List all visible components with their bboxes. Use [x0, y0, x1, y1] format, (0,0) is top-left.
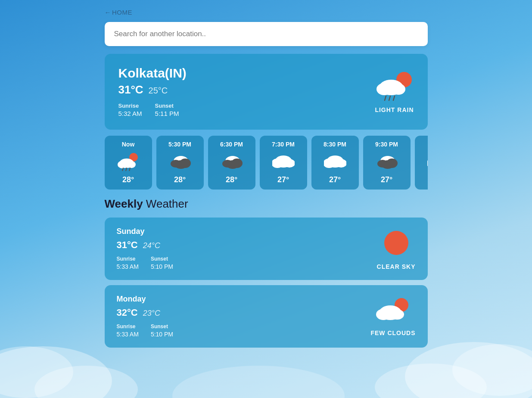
svg-point-42	[384, 231, 408, 255]
hour-temp: 28°	[109, 175, 148, 184]
hour-temp: 27°	[367, 175, 406, 184]
sunset-info: Sunset 5:11 PM	[155, 103, 179, 118]
svg-point-38	[377, 160, 388, 168]
hour-card: 6:30 PM 28°	[208, 136, 255, 190]
city-name: Kolkata(IN)	[118, 66, 187, 81]
svg-line-20	[129, 168, 130, 171]
day-temp-main: 32°C	[117, 307, 138, 318]
hour-icon	[212, 151, 251, 172]
hour-card: Now 28°	[105, 136, 152, 190]
day-sun-info: Sunrise 5:33 AM Sunset 5:10 PM	[117, 323, 174, 338]
day-sunrise: Sunrise 5:33 AM	[117, 256, 139, 271]
weekly-weather-list: Sunday 31°C 24°C Sunrise 5:33 AM Sunset …	[105, 218, 428, 348]
day-card: Monday 32°C 23°C Sunrise 5:33 AM Sunset …	[105, 285, 428, 348]
svg-point-46	[390, 309, 404, 320]
svg-point-28	[222, 160, 233, 168]
hour-temp: 28°	[161, 175, 199, 184]
hour-time: 10:30	[419, 141, 428, 148]
hour-card: 10:30 26°	[415, 136, 428, 190]
day-card-info: Monday 32°C 23°C Sunrise 5:33 AM Sunset …	[117, 295, 174, 338]
svg-point-31	[284, 159, 295, 168]
day-card: Sunday 31°C 24°C Sunrise 5:33 AM Sunset …	[105, 218, 428, 280]
svg-point-0	[0, 346, 112, 398]
svg-line-18	[122, 168, 123, 171]
svg-point-45	[376, 309, 391, 320]
day-sunset: Sunset 5:10 PM	[151, 256, 173, 271]
day-condition-label: FEW CLOUDS	[370, 330, 415, 336]
svg-point-34	[336, 159, 346, 168]
svg-line-19	[126, 168, 127, 171]
search-input[interactable]	[105, 22, 428, 46]
current-temps: 31°C 25°C	[118, 83, 187, 96]
day-sunrise-label: Sunrise	[117, 256, 139, 262]
svg-line-11	[385, 96, 386, 100]
day-sunset-value: 5:10 PM	[151, 331, 173, 338]
hour-temp: 28°	[212, 175, 251, 184]
day-card-info: Sunday 31°C 24°C Sunrise 5:33 AM Sunset …	[117, 227, 174, 271]
weekly-normal: Weather	[143, 197, 188, 210]
day-card-icon-area: CLEAR SKY	[377, 228, 416, 270]
svg-point-2	[34, 366, 138, 398]
svg-point-17	[127, 161, 136, 168]
light-rain-icon	[375, 70, 414, 101]
sunrise-label: Sunrise	[118, 103, 142, 109]
hour-card: 9:30 PM 27°	[363, 136, 411, 190]
hour-time: 7:30 PM	[264, 141, 303, 148]
hour-icon	[367, 151, 406, 172]
svg-point-5	[375, 364, 487, 398]
day-weather-icon	[370, 296, 415, 326]
current-weather-icon-area: LIGHT RAIN	[375, 70, 414, 113]
day-sunset-value: 5:10 PM	[151, 263, 173, 270]
svg-line-13	[393, 96, 395, 100]
hour-temp: 27°	[264, 175, 303, 184]
hour-card: 8:30 PM 27°	[311, 136, 359, 190]
weekly-weather-title: Weekly Weather	[105, 197, 428, 211]
svg-point-4	[452, 344, 532, 396]
day-weather-icon	[377, 228, 416, 260]
current-sun-info: Sunrise 5:32 AM Sunset 5:11 PM	[118, 103, 187, 118]
day-sunrise: Sunrise 5:33 AM	[117, 323, 139, 338]
svg-point-40	[427, 159, 428, 168]
sunset-value: 5:11 PM	[155, 110, 179, 117]
day-condition-label: CLEAR SKY	[377, 263, 416, 270]
hour-time: 5:30 PM	[161, 141, 199, 148]
sunset-label: Sunset	[155, 103, 179, 109]
hour-icon	[316, 151, 355, 172]
hourly-forecast-row: Now 28° 5:30 PM 28° 6:30 PM 28°	[105, 136, 428, 190]
hour-time: 9:30 PM	[367, 141, 406, 148]
current-condition-label: LIGHT RAIN	[375, 106, 414, 113]
svg-point-1	[0, 346, 73, 398]
hour-time: 8:30 PM	[316, 141, 355, 148]
sunrise-value: 5:32 AM	[118, 110, 142, 117]
hour-time: 6:30 PM	[212, 141, 251, 148]
hour-temp: 26°	[419, 175, 428, 184]
svg-point-24	[171, 160, 181, 168]
day-sunrise-label: Sunrise	[117, 323, 139, 330]
day-temp-secondary: 24°C	[143, 241, 160, 250]
current-temp-main: 31°C	[118, 83, 143, 96]
hour-card: 5:30 PM 28°	[156, 136, 204, 190]
day-name: Monday	[117, 295, 174, 304]
home-link[interactable]: HOME	[105, 9, 133, 16]
svg-point-16	[118, 161, 127, 168]
hour-icon	[264, 151, 303, 172]
svg-point-10	[392, 84, 405, 95]
day-temp-main: 31°C	[117, 239, 138, 251]
hour-icon	[109, 151, 148, 172]
hour-icon	[419, 151, 428, 172]
weekly-bold: Weekly	[105, 197, 143, 210]
hour-card: 7:30 PM 27°	[260, 136, 307, 190]
day-temps: 32°C 23°C	[117, 307, 174, 318]
day-sun-info: Sunrise 5:33 AM Sunset 5:10 PM	[117, 256, 174, 271]
day-temp-secondary: 23°C	[143, 309, 160, 318]
svg-point-9	[376, 83, 392, 95]
current-temp-secondary: 25°C	[149, 86, 168, 96]
day-sunrise-value: 5:33 AM	[117, 331, 139, 338]
day-sunset-label: Sunset	[151, 323, 173, 330]
svg-line-12	[389, 96, 390, 100]
svg-point-6	[172, 366, 345, 398]
day-sunset-label: Sunset	[151, 256, 173, 262]
sunrise-info: Sunrise 5:32 AM	[118, 103, 142, 118]
day-temps: 31°C 24°C	[117, 239, 174, 251]
current-weather-info: Kolkata(IN) 31°C 25°C Sunrise 5:32 AM Su…	[118, 66, 187, 118]
